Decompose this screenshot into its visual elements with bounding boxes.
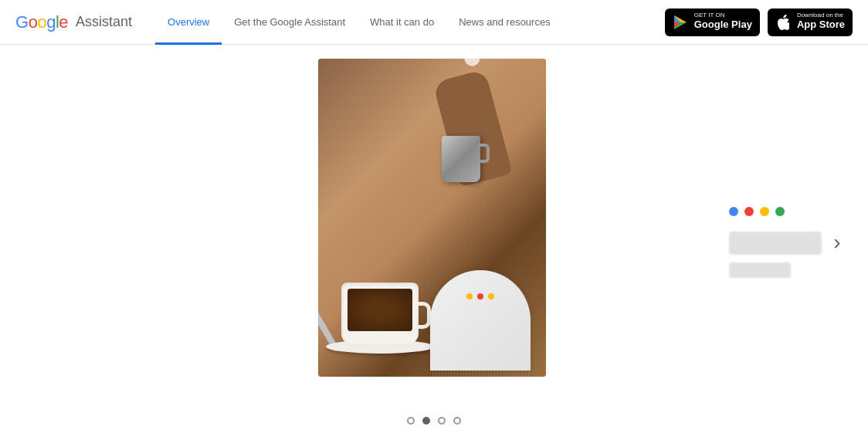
light-yellow2 xyxy=(488,293,494,300)
nav-news[interactable]: News and resources xyxy=(446,0,563,45)
home-base xyxy=(430,371,531,440)
next-arrow-button[interactable]: › xyxy=(822,227,853,258)
main-nav: Overview Get the Google Assistant What i… xyxy=(155,0,665,45)
light-red xyxy=(477,293,483,300)
app-store-button[interactable]: Download on the App Store xyxy=(768,8,853,36)
carousel: › xyxy=(0,45,868,440)
cup-body xyxy=(341,283,419,344)
google-play-icon xyxy=(673,15,688,30)
store-buttons: GET IT ON Google Play Download on the Ap… xyxy=(665,8,853,36)
carousel-dot-1[interactable] xyxy=(407,417,415,425)
apple-icon xyxy=(775,15,791,30)
main-content: › xyxy=(0,45,868,440)
google-play-button[interactable]: GET IT ON Google Play xyxy=(665,8,760,36)
header: Google Assistant Overview Get the Google… xyxy=(0,0,868,45)
pitcher xyxy=(442,136,480,182)
google-play-text: GET IT ON Google Play xyxy=(694,12,752,32)
google-logo: Google xyxy=(15,12,68,32)
google-color-dots xyxy=(729,207,785,216)
right-panel xyxy=(729,207,822,278)
chevron-right-icon: › xyxy=(833,230,840,255)
assistant-label: Assistant xyxy=(76,14,132,30)
hand-area xyxy=(430,59,523,213)
carousel-dot-3[interactable] xyxy=(438,417,446,425)
blurred-text-2 xyxy=(729,262,791,278)
pitcher-handle xyxy=(479,144,490,163)
nav-get-assistant[interactable]: Get the Google Assistant xyxy=(222,0,358,45)
home-lights xyxy=(466,293,494,300)
home-top xyxy=(430,270,531,371)
dot-red xyxy=(744,207,754,216)
dot-green xyxy=(775,207,785,216)
blurred-text-1 xyxy=(729,232,822,255)
logo-area: Google Assistant xyxy=(15,12,132,32)
app-store-text: Download on the App Store xyxy=(797,12,845,32)
carousel-dots xyxy=(407,417,461,425)
nav-overview[interactable]: Overview xyxy=(155,0,222,45)
dot-yellow xyxy=(760,207,769,216)
dot-blue xyxy=(729,207,738,216)
carousel-dot-2[interactable] xyxy=(422,417,430,425)
google-home-device xyxy=(411,270,550,440)
carousel-dot-4[interactable] xyxy=(453,417,461,425)
nav-what-it-can-do[interactable]: What it can do xyxy=(358,0,446,45)
light-yellow xyxy=(466,293,473,300)
milk-stream xyxy=(456,59,481,67)
coffee-inside xyxy=(348,289,412,331)
